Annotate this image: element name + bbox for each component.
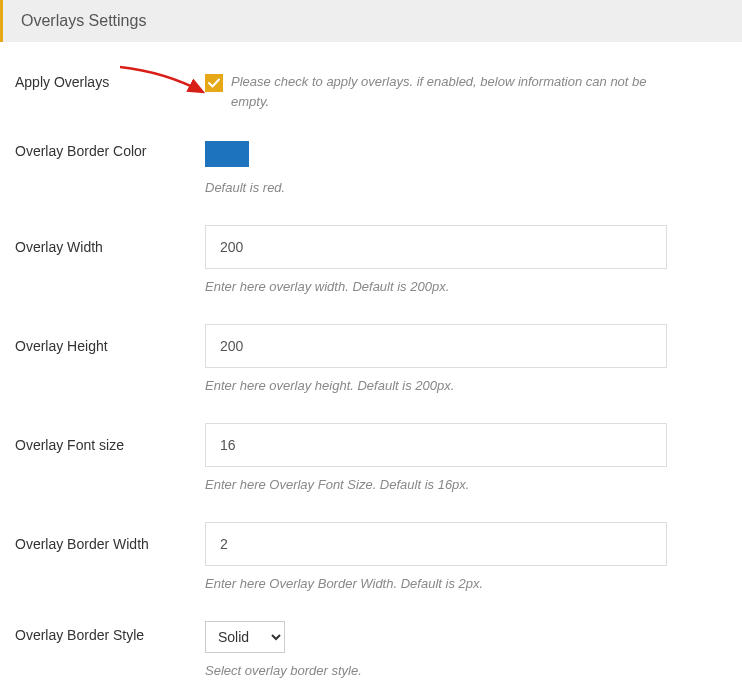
row-overlay-width: Overlay Width Enter here overlay width. … xyxy=(0,225,742,294)
help-border-style: Select overlay border style. xyxy=(205,663,667,678)
help-overlay-width: Enter here overlay width. Default is 200… xyxy=(205,279,667,294)
label-border-color: Overlay Border Color xyxy=(15,141,205,159)
row-border-color: Overlay Border Color Default is red. xyxy=(0,141,742,195)
apply-overlays-checkbox[interactable] xyxy=(205,74,223,92)
panel-title: Overlays Settings xyxy=(21,12,724,30)
font-size-input[interactable] xyxy=(205,423,667,467)
label-font-size: Overlay Font size xyxy=(15,423,205,453)
row-apply-overlays: Apply Overlays Please check to apply ove… xyxy=(0,72,742,111)
help-overlay-height: Enter here overlay height. Default is 20… xyxy=(205,378,667,393)
label-overlay-height: Overlay Height xyxy=(15,324,205,354)
row-border-style: Overlay Border Style Solid Select overla… xyxy=(0,621,742,678)
help-apply-overlays: Please check to apply overlays. if enabl… xyxy=(231,72,667,111)
label-border-width: Overlay Border Width xyxy=(15,522,205,552)
row-overlay-height: Overlay Height Enter here overlay height… xyxy=(0,324,742,393)
help-border-width: Enter here Overlay Border Width. Default… xyxy=(205,576,667,591)
check-icon xyxy=(208,77,220,89)
border-color-picker[interactable] xyxy=(205,141,249,167)
row-font-size: Overlay Font size Enter here Overlay Fon… xyxy=(0,423,742,492)
border-style-select[interactable]: Solid xyxy=(205,621,285,653)
label-apply-overlays: Apply Overlays xyxy=(15,72,205,90)
help-font-size: Enter here Overlay Font Size. Default is… xyxy=(205,477,667,492)
overlay-width-input[interactable] xyxy=(205,225,667,269)
border-width-input[interactable] xyxy=(205,522,667,566)
overlay-height-input[interactable] xyxy=(205,324,667,368)
label-border-style: Overlay Border Style xyxy=(15,621,205,643)
label-overlay-width: Overlay Width xyxy=(15,225,205,255)
row-border-width: Overlay Border Width Enter here Overlay … xyxy=(0,522,742,591)
panel-header: Overlays Settings xyxy=(0,0,742,42)
help-border-color: Default is red. xyxy=(205,180,667,195)
